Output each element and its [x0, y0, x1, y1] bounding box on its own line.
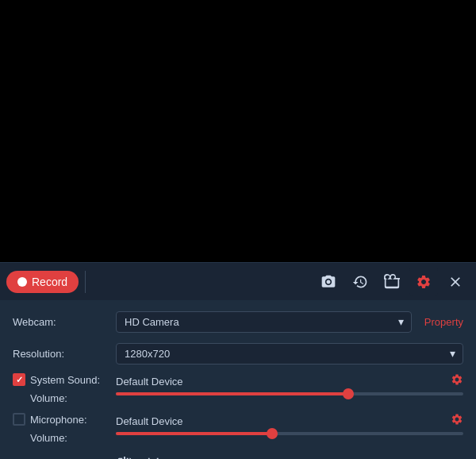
microphone-volume-label: Volume: [13, 432, 67, 444]
microphone-volume-row [116, 432, 463, 435]
record-dot [17, 277, 27, 287]
settings-button[interactable] [409, 268, 438, 296]
microphone-controls: Default Device [116, 413, 463, 435]
resolution-row: Resolution: 1280x720 1920x1080 640x480 [13, 341, 463, 365]
microphone-checkbox[interactable] [13, 413, 25, 426]
close-button[interactable] [441, 268, 470, 296]
microphone-device-row: Default Device [116, 413, 463, 429]
resolution-dropdown-wrapper: 1280x720 1920x1080 640x480 [116, 343, 463, 364]
snapshot-button[interactable] [314, 268, 343, 296]
webcam-row: Webcam: HD Camera Default Camera Propert… [13, 310, 463, 334]
rotation-row: Rotation: [13, 453, 463, 459]
system-sound-device-row: Default Device [116, 373, 463, 389]
toolbar: Record [0, 262, 476, 300]
system-sound-checkbox-row: System Sound: [13, 373, 116, 386]
snapshot-icon [321, 274, 336, 290]
microphone-section: Microphone: Volume: Default Device [13, 413, 463, 445]
system-sound-controls: Default Device [116, 373, 463, 395]
microphone-checkbox-row: Microphone: [13, 413, 116, 426]
flip-horizontal-button[interactable] [116, 456, 133, 459]
settings-icon [416, 274, 432, 290]
tools-button[interactable] [378, 268, 406, 296]
system-sound-volume-row [116, 392, 463, 395]
record-button[interactable]: Record [6, 271, 79, 293]
system-sound-volume-track[interactable] [116, 392, 463, 395]
microphone-label-section: Microphone: Volume: [13, 413, 116, 445]
microphone-volume-thumb[interactable] [267, 428, 278, 439]
flip-horizontal-icon [116, 456, 133, 459]
system-sound-volume-label: Volume: [13, 392, 67, 404]
close-icon [447, 274, 463, 290]
rotation-controls-section [116, 456, 463, 459]
system-sound-volume-thumb[interactable] [343, 388, 354, 399]
rotation-controls [116, 456, 463, 459]
system-sound-section: System Sound: Volume: Default Device [13, 373, 463, 405]
video-preview [0, 0, 476, 262]
microphone-device: Default Device [116, 415, 444, 427]
webcam-control: HD Camera Default Camera Property [116, 311, 463, 333]
microphone-volume-track[interactable] [116, 432, 463, 435]
webcam-label-section: Webcam: [13, 314, 116, 329]
microphone-volume-fill [116, 432, 272, 435]
history-button[interactable] [346, 268, 374, 296]
resolution-control: 1280x720 1920x1080 640x480 [116, 343, 463, 364]
webcam-label: Webcam: [13, 316, 56, 328]
tools-icon [384, 274, 400, 290]
webcam-dropdown-wrapper: HD Camera Default Camera [116, 311, 412, 333]
resolution-label-section: Resolution: [13, 346, 116, 361]
flip-vertical-icon [146, 456, 163, 459]
system-sound-volume-fill [116, 392, 348, 395]
resolution-label: Resolution: [13, 348, 64, 360]
system-sound-gear-icon[interactable] [451, 373, 463, 389]
property-link[interactable]: Property [424, 316, 463, 328]
toolbar-divider [85, 271, 86, 293]
webcam-dropdown[interactable]: HD Camera Default Camera [116, 311, 412, 333]
history-icon [352, 274, 368, 290]
resolution-dropdown[interactable]: 1280x720 1920x1080 640x480 [116, 343, 463, 364]
microphone-gear-icon[interactable] [451, 413, 463, 429]
toolbar-left: Record [6, 271, 92, 293]
settings-panel: Webcam: HD Camera Default Camera Propert… [0, 300, 476, 459]
toolbar-right [314, 268, 470, 296]
record-label: Record [32, 276, 67, 288]
system-sound-checkbox[interactable] [13, 373, 25, 386]
system-sound-device: Default Device [116, 376, 444, 388]
system-sound-label-section: System Sound: Volume: [13, 373, 116, 405]
flip-vertical-button[interactable] [146, 456, 163, 459]
